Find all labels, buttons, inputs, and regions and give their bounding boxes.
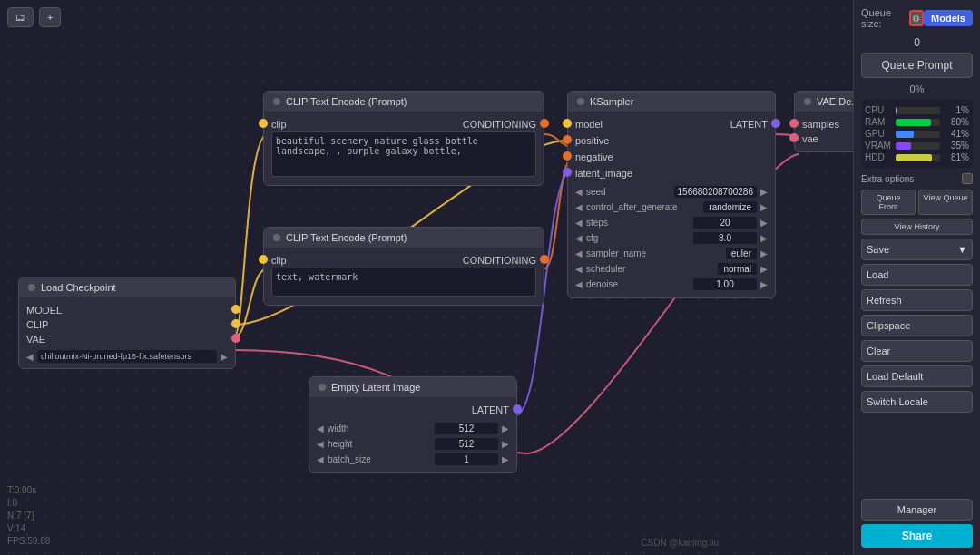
- ksampler-positive-port[interactable]: [563, 135, 572, 144]
- denoise-right-arrow[interactable]: ▶: [760, 279, 768, 289]
- view-queue-button[interactable]: View Queue: [918, 190, 973, 215]
- right-arrow[interactable]: ▶: [220, 352, 228, 362]
- load-button[interactable]: Load: [861, 264, 973, 286]
- scheduler-left-arrow[interactable]: ◀: [575, 264, 583, 274]
- node-ksampler: KSampler model LATENT positive negative …: [567, 91, 776, 298]
- seed-right-arrow[interactable]: ▶: [760, 187, 768, 197]
- height-value[interactable]: 512: [435, 438, 498, 450]
- switch-locale-button[interactable]: Switch Locale: [861, 391, 973, 413]
- batch-right-arrow[interactable]: ▶: [502, 454, 509, 464]
- height-right-arrow[interactable]: ▶: [502, 439, 509, 449]
- vae-samples-label: samples: [802, 119, 839, 130]
- conditioning-output-port-1[interactable]: [540, 119, 549, 128]
- checkpoint-value: chilloutmix-Ni-pruned-fp16-fix.safetenso…: [37, 350, 217, 363]
- batch-row: ◀ batch_size 1 ▶: [317, 452, 509, 467]
- height-left-arrow[interactable]: ◀: [317, 439, 324, 449]
- save-button-row[interactable]: Save ▼: [861, 239, 973, 260]
- queue-prompt-button[interactable]: Queue Prompt: [861, 53, 973, 78]
- cpu-bar-container: [896, 107, 940, 114]
- scheduler-right-arrow[interactable]: ▶: [760, 264, 768, 274]
- node-clip-text-1-title: CLIP Text Encode (Prompt): [286, 96, 407, 107]
- queue-number: 0: [861, 36, 973, 49]
- clear-button[interactable]: Clear: [861, 340, 973, 362]
- ksampler-model-label: model: [575, 119, 603, 130]
- clip-input-port-1[interactable]: [259, 119, 268, 128]
- denoise-value[interactable]: 1.00: [693, 278, 757, 290]
- width-right-arrow[interactable]: ▶: [502, 424, 509, 433]
- control-right-arrow[interactable]: ▶: [760, 202, 768, 212]
- ksampler-negative-port[interactable]: [563, 151, 572, 161]
- save-dropdown-arrow[interactable]: ▼: [957, 244, 967, 255]
- gpu-label: GPU: [865, 129, 892, 139]
- control-value[interactable]: randomize: [703, 201, 757, 213]
- denoise-left-arrow[interactable]: ◀: [575, 279, 583, 289]
- queue-front-button[interactable]: Queue Front: [861, 190, 916, 215]
- view-history-button[interactable]: View History: [861, 219, 973, 235]
- steps-left-arrow[interactable]: ◀: [575, 218, 583, 228]
- vram-bar: [896, 142, 911, 150]
- add-button[interactable]: +: [39, 7, 61, 27]
- vae-samples-port[interactable]: [789, 119, 799, 128]
- sampler-left-arrow[interactable]: ◀: [575, 248, 583, 258]
- hdd-label: HDD: [865, 152, 892, 162]
- models-button[interactable]: Models: [924, 10, 973, 26]
- width-left-arrow[interactable]: ◀: [317, 424, 324, 433]
- folder-button[interactable]: 🗂: [7, 7, 34, 27]
- control-left-arrow[interactable]: ◀: [575, 202, 583, 212]
- ksampler-model-row: model LATENT: [575, 117, 768, 131]
- gear-icon[interactable]: ⚙: [909, 10, 925, 26]
- clip-input-label-2: clip: [271, 255, 287, 266]
- share-button[interactable]: Share: [861, 524, 973, 548]
- node-row-clip: CLIP: [26, 317, 228, 332]
- scheduler-value[interactable]: normal: [718, 263, 757, 275]
- sampler-value[interactable]: euler: [726, 248, 757, 259]
- steps-value[interactable]: 20: [693, 217, 757, 229]
- clip-output-port[interactable]: [231, 319, 240, 328]
- manager-button[interactable]: Manager: [861, 499, 973, 521]
- ksampler-latent-input-port[interactable]: [563, 168, 572, 177]
- left-arrow[interactable]: ◀: [26, 352, 34, 362]
- node-load-checkpoint-body: MODEL CLIP VAE ◀ chilloutmix-Ni-pruned-f…: [19, 297, 235, 368]
- width-value[interactable]: 512: [435, 423, 498, 434]
- conditioning-output-port-2[interactable]: [540, 255, 549, 264]
- latent-output-port[interactable]: [513, 404, 522, 414]
- gpu-val: 41%: [944, 129, 969, 139]
- vram-stat: VRAM 35%: [865, 141, 969, 151]
- clip-text-1-textarea[interactable]: beautiful scenery nature glass bottle la…: [271, 131, 536, 177]
- load-default-button[interactable]: Load Default: [861, 365, 973, 387]
- ksampler-latent-port[interactable]: [771, 119, 780, 128]
- save-label: Save: [867, 244, 889, 255]
- vae-output-port[interactable]: [231, 334, 240, 343]
- seed-left-arrow[interactable]: ◀: [575, 187, 583, 197]
- cfg-value[interactable]: 8.0: [693, 232, 757, 244]
- ksampler-model-port[interactable]: [563, 119, 572, 128]
- node-vae-decode: VAE De... samples vae: [794, 91, 853, 152]
- clipspace-button[interactable]: Clipspace: [861, 315, 973, 336]
- denoise-row: ◀ denoise 1.00 ▶: [575, 277, 768, 292]
- checkpoint-selector[interactable]: ◀ chilloutmix-Ni-pruned-fp16-fix.safeten…: [26, 350, 228, 363]
- clip-text-2-textarea[interactable]: text, watermark: [271, 268, 536, 297]
- node-clip-text-2-body: clip CONDITIONING text, watermark: [264, 248, 544, 305]
- ram-bar: [896, 119, 931, 126]
- sampler-right-arrow[interactable]: ▶: [760, 248, 768, 258]
- cfg-left-arrow[interactable]: ◀: [575, 233, 583, 243]
- ksampler-latent-input-label: latent_image: [575, 168, 632, 179]
- node-load-checkpoint-title: Load Checkpoint: [41, 282, 116, 293]
- canvas-area[interactable]: 🗂 + Load Checkpoint MODEL CLIP VAE: [0, 0, 853, 555]
- model-output-port[interactable]: [231, 305, 240, 314]
- node-empty-latent-body: LATENT ◀ width 512 ▶ ◀ height 512 ▶ ◀ ba…: [309, 397, 516, 472]
- sampler-row: ◀ sampler_name euler ▶: [575, 246, 768, 261]
- node-clip-text-1-header: CLIP Text Encode (Prompt): [264, 92, 544, 112]
- watermark: CSDN @kaiping.liu: [641, 538, 719, 548]
- steps-label: steps: [586, 218, 690, 228]
- vae-vae-port[interactable]: [789, 133, 799, 142]
- refresh-button[interactable]: Refresh: [861, 289, 973, 311]
- batch-value[interactable]: 1: [435, 453, 498, 465]
- batch-left-arrow[interactable]: ◀: [317, 454, 324, 464]
- steps-right-arrow[interactable]: ▶: [760, 218, 768, 228]
- seed-row: ◀ seed 156680208700286 ▶: [575, 184, 768, 200]
- cfg-right-arrow[interactable]: ▶: [760, 233, 768, 243]
- seed-value[interactable]: 156680208700286: [674, 186, 757, 198]
- clip-input-port-2[interactable]: [259, 255, 268, 264]
- extra-options-checkbox[interactable]: [962, 173, 973, 184]
